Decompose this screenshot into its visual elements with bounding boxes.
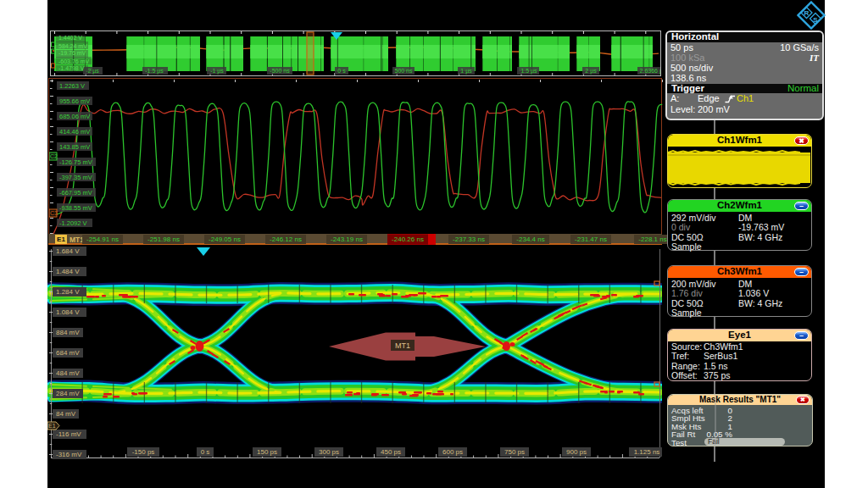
svg-text:284 mV: 284 mV <box>56 390 80 397</box>
svg-text:884 mV: 884 mV <box>56 329 80 336</box>
svg-text:300 ps: 300 ps <box>319 448 339 456</box>
svg-text:1.4402 V: 1.4402 V <box>58 35 82 41</box>
svg-text:-1.5 µs: -1.5 µs <box>145 68 164 75</box>
svg-text:0 s: 0 s <box>201 448 210 456</box>
svg-text:500 ns: 500 ns <box>394 68 413 74</box>
svg-text:685.06 mV: 685.06 mV <box>59 113 90 120</box>
svg-text:84 mV: 84 mV <box>56 410 76 418</box>
svg-text:955.66 mV: 955.66 mV <box>59 97 90 105</box>
svg-text:-667.95 mV: -667.95 mV <box>59 189 92 197</box>
svg-text:584.24 mV: 584.24 mV <box>58 43 87 49</box>
svg-text:-150 ps: -150 ps <box>132 448 155 456</box>
svg-text:750 ps: 750 ps <box>504 448 525 456</box>
svg-text:-500 ns: -500 ns <box>270 68 290 74</box>
svg-text:-938.55 mV: -938.55 mV <box>59 204 92 212</box>
svg-text:1.284 V: 1.284 V <box>56 288 80 296</box>
svg-text:2 µs: 2 µs <box>585 68 597 75</box>
svg-text:1.684 V: 1.684 V <box>56 247 80 255</box>
svg-text:1.2263 V: 1.2263 V <box>59 82 85 90</box>
svg-text:450 ps: 450 ps <box>381 448 401 456</box>
svg-text:484 mV: 484 mV <box>56 369 80 377</box>
svg-text:E1: E1 <box>48 423 56 429</box>
svg-text:1.125 ns: 1.125 ns <box>634 448 660 456</box>
svg-text:414.46 mV: 414.46 mV <box>59 128 90 136</box>
svg-text:0 s: 0 s <box>337 68 346 74</box>
svg-text:684 mV: 684 mV <box>56 349 80 357</box>
svg-text:-116 mV: -116 mV <box>56 430 81 438</box>
svg-text:-1.4798 V: -1.4798 V <box>58 65 85 71</box>
svg-text:1.484 V: 1.484 V <box>56 268 80 275</box>
svg-text:MT1: MT1 <box>395 341 410 350</box>
svg-text:2.6366 µs: 2.6366 µs <box>640 68 660 75</box>
svg-text:-603.76 mV: -603.76 mV <box>58 58 90 64</box>
svg-text:-1.2092 V: -1.2092 V <box>59 219 87 227</box>
svg-text:600 ps: 600 ps <box>442 448 463 456</box>
svg-text:-316 mV: -316 mV <box>56 451 82 458</box>
svg-text:S: S <box>813 16 818 24</box>
svg-text:1.5 µs: 1.5 µs <box>520 68 537 75</box>
svg-text:-19.76 mV: -19.76 mV <box>58 50 86 56</box>
svg-text:-397.35 mV: -397.35 mV <box>59 174 92 181</box>
svg-text:1 µs: 1 µs <box>460 68 472 75</box>
svg-text:1.084 V: 1.084 V <box>56 308 80 316</box>
svg-text:R: R <box>804 9 810 17</box>
svg-text:-1 µs: -1 µs <box>210 68 224 75</box>
svg-text:C3: C3 <box>50 210 58 216</box>
svg-text:-126.75 mV: -126.75 mV <box>59 158 92 166</box>
svg-text:C2: C2 <box>50 153 58 159</box>
svg-text:150 ps: 150 ps <box>257 448 277 456</box>
svg-text:143.85 mV: 143.85 mV <box>59 143 90 151</box>
svg-text:900 ps: 900 ps <box>566 448 587 456</box>
